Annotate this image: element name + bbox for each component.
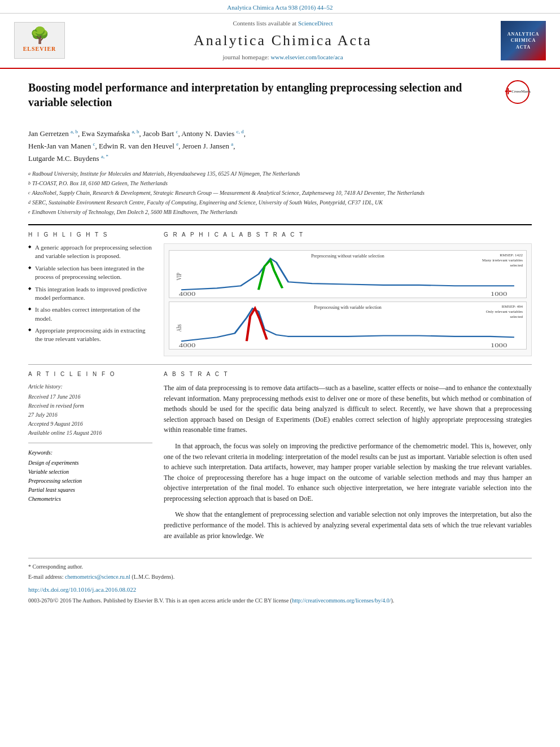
crossmark-icon: ✛: [505, 88, 511, 96]
corresponding-note: * Corresponding author.: [28, 563, 532, 571]
article-info-left: A R T I C L E I N F O Article history: R…: [28, 370, 152, 547]
author-bart: Jacob Bart c: [143, 129, 178, 138]
author-vanmanen: Henk-Jan van Manen c: [28, 142, 95, 150]
elsevier-logo-image: 🌳 ELSEVIER: [14, 22, 65, 59]
homepage-label: journal homepage:: [222, 54, 269, 60]
author-gerretzen-sup: a, b: [71, 129, 78, 134]
author-davies-sup: c, d: [237, 129, 244, 134]
highlights-header: H I G H L I G H T S: [28, 231, 152, 239]
email-line: E-mail address: chemometrics@science.ru.…: [28, 573, 532, 581]
affil-e: e Eindhoven University of Technology, De…: [28, 208, 532, 216]
affil-letter-e: e: [28, 209, 30, 216]
doi-link[interactable]: http://dx.doi.org/10.1016/j.aca.2016.08.…: [28, 586, 136, 593]
author-bart-sup: c: [176, 129, 178, 134]
keyword-4: Partial least squares: [28, 486, 152, 494]
affil-c: c AkzoNobel, Supply Chain, Research & De…: [28, 189, 532, 197]
affil-b: b TI-COAST, P.O. Box 18, 6160 MD Geleen,…: [28, 179, 532, 187]
affiliations-block: a Radboud University, Institute for Mole…: [28, 169, 532, 216]
copyright-text: 0003-2670/© 2016 The Authors. Published …: [28, 597, 292, 604]
affil-text-b: TI-COAST, P.O. Box 18, 6160 MD Geleen, T…: [32, 179, 168, 187]
highlight-item-1: A generic approach for preprocessing sel…: [28, 243, 152, 261]
authors-block: Jan Gerretzen a, b, Ewa Szymańska a, b, …: [28, 128, 532, 165]
author-szymanska: Ewa Szymańska a, b: [82, 129, 139, 138]
svg-text:4000: 4000: [179, 343, 195, 349]
journal-logo-box: ANALYTICA CHIMICA ACTA: [501, 21, 546, 60]
affil-text-e: Eindhoven University of Technology, Den …: [32, 208, 238, 216]
available-date: Available online 15 August 2016: [28, 429, 152, 437]
affil-letter-a: a: [28, 171, 30, 178]
graphical-abstract-image: Preprocessing without variable selection…: [164, 243, 532, 356]
elsevier-brand-text: ELSEVIER: [23, 45, 56, 53]
svg-text:4000: 4000: [179, 291, 195, 298]
author-vanmanen-sup: c: [93, 141, 95, 147]
email-suffix: (L.M.C. Buydens).: [132, 574, 174, 580]
article-title-area: Boosting model performance and interpret…: [28, 80, 532, 120]
svg-text:1000: 1000: [491, 291, 507, 298]
copyright-line: 0003-2670/© 2016 The Authors. Published …: [28, 597, 532, 605]
revised-date: 27 July 2016: [28, 411, 152, 419]
svg-text:VIP: VIP: [174, 273, 182, 280]
author-vandenheuvel: Edwin R. van den Heuvel e: [99, 142, 178, 150]
elsevier-logo: 🌳 ELSEVIER: [11, 22, 68, 59]
affil-text-d: SERC, Sustainable Environment Research C…: [32, 198, 383, 207]
journal-logo-right: ANALYTICA CHIMICA ACTA: [498, 21, 549, 60]
affil-a: a Radboud University, Institute for Mole…: [28, 169, 532, 178]
article-title: Boosting model performance and interpret…: [28, 80, 504, 110]
copyright-end: ).: [391, 597, 395, 604]
abstract-p3: We show that the entanglement of preproc…: [164, 509, 532, 541]
sciencedirect-link[interactable]: ScienceDirect: [298, 20, 333, 27]
highlights-list: A generic approach for preprocessing sel…: [28, 243, 152, 344]
affil-text-c: AkzoNobel, Supply Chain, Research & Deve…: [32, 189, 425, 197]
keyword-2: Variable selection: [28, 468, 152, 476]
abstract-col: A B S T R A C T The aim of data preproce…: [164, 370, 532, 547]
cc-license-link[interactable]: http://creativecommons.org/licenses/by/4…: [292, 597, 391, 604]
highlight-item-5: Appropriate preprocessing aids in extrac…: [28, 326, 152, 344]
article-history: Article history: Received 17 June 2016 R…: [28, 383, 152, 437]
contents-available-line: Contents lists available at ScienceDirec…: [68, 19, 498, 28]
crossmark-badge[interactable]: ✛ CrossMark: [506, 80, 530, 104]
graphical-abstract-header: G R A P H I C A L A B S T R A C T: [164, 231, 532, 239]
article-title-text: Boosting model performance and interpret…: [28, 80, 504, 114]
keywords-divider: [28, 443, 152, 443]
highlight-item-2: Variable selection has been integrated i…: [28, 264, 152, 282]
journal-title: Analytica Chimica Acta: [68, 30, 498, 51]
top-bar: Analytica Chimica Acta 938 (2016) 44–52: [0, 0, 560, 14]
author-gerretzen: Jan Gerretzen a, b: [28, 129, 78, 138]
graph-panel-2-title: Preprocessing with variable selection: [314, 304, 381, 311]
affil-letter-b: b: [28, 180, 30, 187]
article-info-header: A R T I C L E I N F O: [28, 370, 152, 378]
highlight-item-4: It also enables correct interpretation o…: [28, 305, 152, 323]
paper-content: Boosting model performance and interpret…: [0, 69, 560, 616]
abstract-p2: In that approach, the focus was solely o…: [164, 441, 532, 504]
logo-line-1: ANALYTICA: [508, 31, 540, 37]
author-szymanska-sup: a, b: [132, 129, 139, 134]
contents-label: Contents lists available at: [233, 20, 296, 27]
author-buydens: Lutgarde M.C. Buydens a, *: [28, 154, 108, 163]
graph-panel-2: Preprocessing with variable selection RM…: [169, 302, 527, 350]
highlight-item-3: This integration leads to improved predi…: [28, 285, 152, 303]
svg-text:Abs: Abs: [174, 324, 182, 331]
journal-citation: Analytica Chimica Acta 938 (2016) 44–52: [227, 4, 333, 11]
keyword-1: Design of experiments: [28, 459, 152, 467]
author-davies: Antony N. Davies c, d: [181, 129, 244, 138]
abstract-text: The aim of data preprocessing is to remo…: [164, 383, 532, 541]
logo-line-3: ACTA: [516, 44, 531, 50]
footer-area: * Corresponding author. E-mail address: …: [28, 558, 532, 604]
journal-homepage: journal homepage: www.elsevier.com/locat…: [68, 53, 498, 62]
email-link[interactable]: chemometrics@science.ru.nl: [65, 574, 130, 580]
email-label: E-mail address:: [28, 574, 63, 580]
homepage-link[interactable]: www.elsevier.com/locate/aca: [270, 54, 343, 60]
received-revised-label: Received in revised form: [28, 402, 152, 410]
highlights-graphical-section: H I G H L I G H T S A generic approach f…: [28, 231, 532, 356]
keywords-section: Keywords: Design of experiments Variable…: [28, 449, 152, 503]
journal-header: 🌳 ELSEVIER Contents lists available at S…: [0, 14, 560, 68]
crossmark-label: CrossMark: [511, 90, 531, 94]
affil-text-a: Radboud University, Institute for Molecu…: [32, 169, 300, 178]
tree-icon: 🌳: [30, 28, 50, 43]
highlights-col: H I G H L I G H T S A generic approach f…: [28, 231, 152, 356]
affil-letter-c: c: [28, 190, 30, 197]
graphical-abstract-col: G R A P H I C A L A B S T R A C T Prepro…: [164, 231, 532, 356]
svg-text:1000: 1000: [491, 343, 507, 349]
crossmark-area[interactable]: ✛ CrossMark: [504, 80, 532, 104]
author-jansen: Jeroen J. Jansen a: [182, 142, 234, 150]
